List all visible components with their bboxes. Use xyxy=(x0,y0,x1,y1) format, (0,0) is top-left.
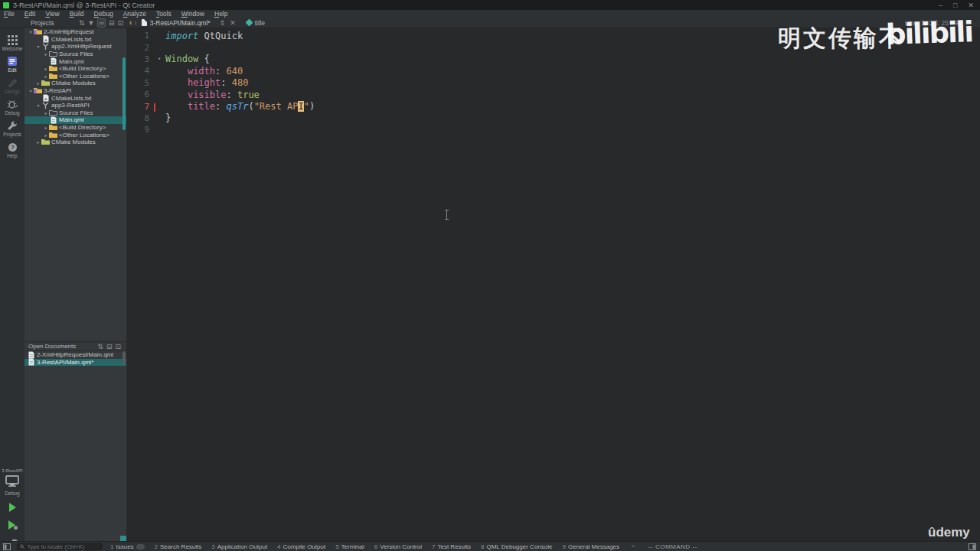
expand-right-icon[interactable]: ▸ xyxy=(43,73,49,79)
menu-debug[interactable]: Debug xyxy=(94,10,113,18)
tree-item[interactable]: Main.qml xyxy=(24,57,126,65)
tree-item[interactable]: ▸<Other Locations> xyxy=(24,73,126,80)
menu-window[interactable]: Window xyxy=(181,10,204,18)
menu-view[interactable]: View xyxy=(45,10,59,18)
code-line[interactable]: 5 height: 480 xyxy=(126,77,980,89)
tree-item-label: 2-XmlHttpRequest xyxy=(44,28,93,35)
close-sidebar-icon[interactable]: ⊡ xyxy=(117,19,123,27)
mode-item-welcome[interactable]: Welcome xyxy=(0,32,24,54)
tree-item[interactable]: ▸CMake Modules xyxy=(24,80,126,87)
svg-text:?: ? xyxy=(11,144,15,151)
tree-item[interactable]: ▸<Build Directory> xyxy=(24,65,126,73)
expand-right-icon[interactable]: ▸ xyxy=(43,66,49,71)
line-number: 8 xyxy=(126,113,154,123)
menu-tools[interactable]: Tools xyxy=(156,10,172,18)
tree-item[interactable]: ▾2-XmlHttpRequest xyxy=(24,28,126,36)
menu-analyze[interactable]: Analyze xyxy=(123,10,146,18)
expand-right-icon[interactable]: ▸ xyxy=(43,51,49,57)
tree-item[interactable]: CMakeLists.txt xyxy=(24,36,126,44)
tree-item[interactable]: ▸<Build Directory> xyxy=(24,124,126,132)
forward-icon[interactable]: › xyxy=(134,18,136,27)
mode-item-edit[interactable]: Edit xyxy=(0,54,24,75)
expand-down-icon[interactable]: ▾ xyxy=(28,29,34,34)
menu-help[interactable]: Help xyxy=(214,10,227,18)
menu-build[interactable]: Build xyxy=(70,10,84,18)
sync-with-editor-icon[interactable]: ∞ xyxy=(97,18,105,28)
tree-item[interactable]: Main.qml xyxy=(24,116,126,124)
locate-field[interactable] xyxy=(17,543,103,550)
tree-item[interactable]: ▸Source Files xyxy=(24,51,126,58)
output-pane-qml-debugger-console[interactable]: 8QML Debugger Console xyxy=(481,543,552,550)
docs-split-icon[interactable]: ⊟ xyxy=(106,343,113,350)
open-document-item[interactable]: 2-XmlHttpRequest/Main.qml xyxy=(24,351,126,359)
close-button[interactable]: ✕ xyxy=(968,2,974,9)
output-pane-issues[interactable]: 1Issues xyxy=(110,543,145,550)
tree-scrollbar[interactable] xyxy=(122,57,126,130)
run-debug-button[interactable] xyxy=(5,519,19,531)
expand-right-icon[interactable]: ▸ xyxy=(35,139,41,145)
output-pane-general-messages[interactable]: 9General Messages xyxy=(562,543,619,550)
sidebar-mode-select[interactable]: Projects xyxy=(31,19,79,27)
mode-item-debug[interactable]: Debug xyxy=(0,96,24,118)
output-pane-search-results[interactable]: 2Search Results xyxy=(155,543,202,550)
search-icon xyxy=(20,544,24,549)
code-line[interactable]: 4 width: 640 xyxy=(126,65,980,77)
docs-sort-icon[interactable]: ⇅ xyxy=(97,343,103,350)
maximize-button[interactable]: □ xyxy=(953,2,957,9)
tree-item[interactable]: ▸Source Files xyxy=(24,109,126,117)
code-line[interactable]: 9 xyxy=(126,124,980,135)
tree-item[interactable]: ▸CMake Modules xyxy=(24,139,126,146)
close-document-icon[interactable]: ✕ xyxy=(230,19,236,27)
mode-item-help[interactable]: ?Help xyxy=(0,139,24,161)
mode-item-design: Design xyxy=(0,75,24,96)
symbol-label: title xyxy=(255,19,265,27)
back-icon[interactable]: ‹ xyxy=(129,18,132,27)
code-line[interactable]: 7 title: qsTr("Rest API") xyxy=(126,100,980,112)
fold-marker-icon[interactable]: ▾ xyxy=(154,56,165,62)
sort-icon[interactable]: ⇅ xyxy=(79,19,85,27)
open-document-item[interactable]: 3-RestAPI/Main.qml* xyxy=(24,359,126,367)
open-documents-title: Open Documents xyxy=(28,343,97,350)
output-pane-test-results[interactable]: 7Test Results xyxy=(432,543,471,550)
expand-down-icon[interactable]: ▾ xyxy=(35,103,41,108)
menu-edit[interactable]: Edit xyxy=(24,10,36,18)
output-pane-terminal[interactable]: 5Terminal xyxy=(335,543,364,550)
kit-selector[interactable]: 3-RestAPI Debug xyxy=(0,468,24,549)
mode-item-projects[interactable]: Projects xyxy=(0,118,24,139)
edit-doc-icon xyxy=(7,56,18,67)
output-pane-application-output[interactable]: 3Application Output xyxy=(211,543,267,550)
tree-item[interactable]: ▾app2-XmlHttpRequest xyxy=(24,43,126,51)
output-pane-version-control[interactable]: 6Version Control xyxy=(374,543,422,550)
locate-input[interactable] xyxy=(27,543,100,550)
expand-right-icon[interactable]: ▸ xyxy=(43,110,49,116)
code-line[interactable]: 6 visible: true xyxy=(126,89,980,100)
toggle-right-sidebar-icon[interactable] xyxy=(969,543,976,550)
menu-file[interactable]: File xyxy=(4,10,15,18)
expand-down-icon[interactable]: ▾ xyxy=(35,44,41,49)
filter-icon[interactable]: ▼ xyxy=(88,19,95,27)
output-pane-compile-output[interactable]: 4Compile Output xyxy=(277,543,325,550)
tree-item[interactable]: CMakeLists.txt xyxy=(24,94,126,102)
splitter-handle[interactable] xyxy=(120,536,126,541)
toggle-left-sidebar-icon[interactable] xyxy=(3,543,11,550)
minimize-button[interactable]: – xyxy=(939,2,942,9)
run-button[interactable] xyxy=(5,501,19,514)
symbol-combo[interactable]: title xyxy=(247,19,265,27)
expand-down-icon[interactable]: ▾ xyxy=(28,88,34,93)
code-line[interactable]: 3▾Window { xyxy=(126,54,980,65)
document-dropdown-icon[interactable]: ⇕ xyxy=(220,19,226,27)
docs-scrollbar[interactable] xyxy=(122,351,126,365)
code-editor[interactable]: 1import QtQuick23▾Window {4 width: 6405 … xyxy=(126,28,980,541)
docs-close-icon[interactable]: ⊡ xyxy=(115,343,121,350)
expand-right-icon[interactable]: ▸ xyxy=(43,125,49,130)
tree-item[interactable]: ▾app3-RestAPI xyxy=(24,102,126,109)
output-pane-toggle-icon[interactable]: ^ xyxy=(632,543,635,550)
expand-right-icon[interactable]: ▸ xyxy=(35,80,41,86)
split-icon[interactable]: ⊟ xyxy=(109,19,115,27)
tree-item-label: <Build Directory> xyxy=(59,124,106,131)
tree-item[interactable]: ▾3-RestAPI xyxy=(24,87,126,95)
expand-right-icon[interactable]: ▸ xyxy=(43,132,49,138)
tree-item[interactable]: ▸<Other Locations> xyxy=(24,131,126,139)
code-line[interactable]: 8} xyxy=(126,112,980,124)
editor-tab[interactable]: 3-RestAPI/Main.qml* xyxy=(150,19,211,27)
